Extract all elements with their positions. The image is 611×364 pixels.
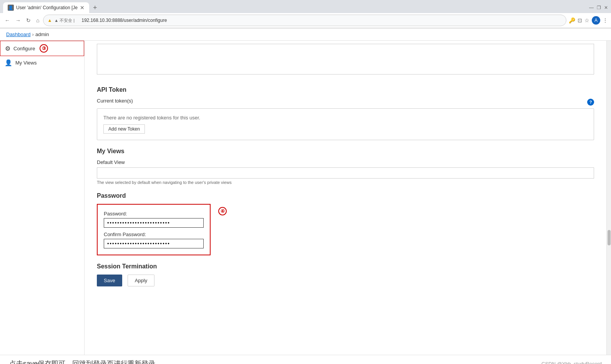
profile-icon[interactable]: A xyxy=(592,16,600,25)
refresh-button[interactable]: ↻ xyxy=(25,17,32,24)
my-views-title: My Views xyxy=(97,148,594,155)
api-token-section: API Token Current token(s) ? There are n… xyxy=(97,86,594,140)
password-input[interactable] xyxy=(104,218,204,228)
sidebar-my-views-label: My Views xyxy=(15,60,37,66)
save-button[interactable]: Save xyxy=(97,275,122,286)
footer-bar: 点击save保存即可，回跳到登录页进行重新登录 CSDN @Ybb_studyR… xyxy=(0,355,611,364)
new-tab-button[interactable]: + xyxy=(91,4,100,12)
security-warning-icon: ▲ xyxy=(47,18,52,23)
active-tab[interactable]: 👤 User 'admin' Configuration [Je ✕ xyxy=(3,2,89,13)
confirm-password-input[interactable] xyxy=(104,239,204,248)
default-view-label: Default View xyxy=(97,159,594,165)
my-views-section: My Views Default View The view selected … xyxy=(97,148,594,185)
breadcrumb-current: admin xyxy=(35,31,49,37)
browser-chrome: 👤 User 'admin' Configuration [Je ✕ + — ❐… xyxy=(0,0,611,28)
password-section: Password Password: Confirm Password: ④ xyxy=(97,192,594,260)
top-partial-area xyxy=(97,44,594,79)
forward-button[interactable]: → xyxy=(14,17,22,24)
main-content: API Token Current token(s) ? There are n… xyxy=(85,41,606,355)
help-icon[interactable]: ? xyxy=(587,99,594,106)
tab-right-icons: — ❐ ✕ xyxy=(589,5,608,10)
key-icon[interactable]: 🔑 xyxy=(569,17,575,23)
default-view-input[interactable] xyxy=(97,167,594,179)
back-button[interactable]: ← xyxy=(3,17,12,24)
app-header: Dashboard › admin xyxy=(0,28,611,41)
address-bar-icons: 🔑 ⊡ ☆ A ⋮ xyxy=(569,16,608,25)
apply-button[interactable]: Apply xyxy=(128,275,155,286)
confirm-password-label: Confirm Password: xyxy=(104,232,204,237)
api-token-title: API Token xyxy=(97,86,594,93)
configure-icon: ⚙ xyxy=(5,45,10,52)
sidebar-item-my-views[interactable]: 👤 My Views xyxy=(0,56,84,69)
no-tokens-text: There are no registered tokens for this … xyxy=(103,115,588,121)
top-textarea[interactable] xyxy=(97,44,594,74)
action-buttons: Save Apply xyxy=(97,275,594,286)
minimize-icon[interactable]: — xyxy=(589,5,594,10)
add-new-token-button[interactable]: Add new Token xyxy=(103,124,145,134)
password-annotation: ④ xyxy=(218,207,227,215)
scrollbar-thumb[interactable] xyxy=(608,230,611,245)
tab-close-button[interactable]: ✕ xyxy=(80,5,85,11)
cast-icon[interactable]: ⊡ xyxy=(578,17,582,23)
current-tokens-label: Current token(s) xyxy=(97,98,133,104)
configure-annotation: ③ xyxy=(40,44,48,53)
scrollbar-track[interactable] xyxy=(606,41,611,355)
tab-favicon: 👤 xyxy=(8,5,14,11)
tab-title: User 'admin' Configuration [Je xyxy=(16,5,78,10)
password-label: Password: xyxy=(104,211,204,217)
token-box: There are no registered tokens for this … xyxy=(97,108,594,140)
footer-credit: CSDN @Ybb_studyRecord xyxy=(541,361,602,364)
address-input[interactable] xyxy=(77,16,562,25)
app-body: ⚙ Configure ③ 👤 My Views API Token Curre… xyxy=(0,41,611,355)
footer-text: 点击save保存即可，回跳到登录页进行重新登录 xyxy=(9,359,155,364)
my-views-icon: 👤 xyxy=(5,59,12,66)
sidebar-configure-label: Configure xyxy=(13,46,35,51)
breadcrumb: Dashboard › admin xyxy=(6,31,49,37)
session-termination-title: Session Termination xyxy=(97,263,594,270)
password-box: Password: Confirm Password: xyxy=(97,204,211,255)
close-icon[interactable]: ✕ xyxy=(604,5,608,10)
sidebar: ⚙ Configure ③ 👤 My Views xyxy=(0,41,85,355)
password-title: Password xyxy=(97,192,594,199)
bookmark-icon[interactable]: ☆ xyxy=(584,17,589,23)
address-bar: ← → ↻ ⌂ ▲ ▲ 不安全 | 🔑 ⊡ ☆ A ⋮ xyxy=(0,13,611,28)
breadcrumb-dashboard-link[interactable]: Dashboard xyxy=(6,31,31,37)
restore-icon[interactable]: ❐ xyxy=(597,5,601,10)
tab-bar: 👤 User 'admin' Configuration [Je ✕ + — ❐… xyxy=(0,0,611,13)
home-button[interactable]: ⌂ xyxy=(35,17,41,24)
sidebar-item-configure[interactable]: ⚙ Configure ③ xyxy=(0,41,84,56)
session-termination-section: Session Termination xyxy=(97,263,594,270)
breadcrumb-separator: › xyxy=(32,31,34,37)
security-label: ▲ 不安全 | xyxy=(54,18,75,23)
menu-icon[interactable]: ⋮ xyxy=(603,17,608,23)
default-view-help: The view selected by default when naviga… xyxy=(97,180,594,185)
